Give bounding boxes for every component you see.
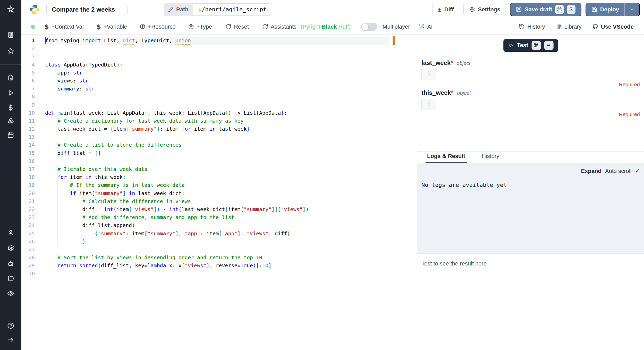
use-vscode-label: Use VScode — [601, 23, 634, 30]
path-value[interactable]: u/henri/agile_script — [193, 3, 272, 16]
indent-guide — [95, 230, 95, 238]
warning-marker — [393, 36, 395, 45]
rotate-cw-icon — [262, 24, 268, 30]
library-button[interactable]: Library — [556, 23, 582, 30]
add-variable-button[interactable]: $ +Variable — [97, 23, 127, 30]
top-header: Compare the 2 weeks Path u/henri/agile_s… — [21, 0, 644, 19]
code-line: def main(last_week: List[AppData], this_… — [45, 109, 389, 117]
code-line: if item["summary"] in last_week_dict: — [45, 189, 389, 197]
deploy-dropdown-button[interactable] — [624, 3, 639, 16]
use-vscode-button[interactable]: Use VScode — [592, 23, 634, 30]
help-circle-icon — [7, 322, 14, 329]
sidebar-item-runs[interactable] — [0, 86, 21, 99]
mini-editor-content[interactable] — [436, 99, 640, 110]
line-number: 27 — [21, 246, 45, 254]
sidebar-item-favorites[interactable] — [0, 44, 21, 57]
pencil-icon — [168, 7, 174, 12]
sidebar-item-workspace[interactable] — [0, 28, 21, 41]
settings-label: Settings — [478, 6, 500, 13]
indent-guide — [57, 197, 58, 205]
code-line: diff_list = [] — [45, 149, 389, 157]
sidebar-item-schedules[interactable] — [0, 128, 21, 141]
diff-button[interactable]: ± Diff — [432, 3, 460, 16]
lint-status[interactable]: (Pyright Black Ruff) — [301, 23, 351, 30]
building-icon — [7, 31, 14, 38]
sidebar-item-folders[interactable] — [0, 272, 21, 285]
code-line: # If the summary is in last_week data — [45, 181, 389, 189]
sidebar-item-home[interactable] — [0, 71, 21, 84]
reset-button[interactable]: Reset — [225, 23, 249, 30]
code-line: for item in this_week: — [45, 173, 389, 181]
assistants-label: Assistants — [271, 23, 296, 30]
indent-guide — [70, 197, 70, 205]
save-draft-button[interactable]: Save draft ⌘ S — [510, 3, 581, 16]
tab-logs-result[interactable]: Logs & Result — [426, 153, 467, 163]
history-button[interactable]: History — [519, 23, 545, 30]
sidebar-item-settings[interactable] — [0, 241, 21, 254]
indent-guide — [57, 173, 58, 181]
code-line — [45, 93, 389, 101]
line-number: 2 — [21, 45, 45, 53]
sidebar-item-audit-logs[interactable] — [0, 287, 21, 300]
settings-button[interactable]: Settings — [463, 3, 506, 16]
eye-icon — [7, 290, 14, 297]
windmill-logo[interactable] — [0, 3, 21, 16]
arg-this-week-input[interactable]: 1 — [421, 99, 640, 110]
sidebar-item-users[interactable] — [0, 226, 21, 239]
windmill-script-editor: Compare the 2 weeks Path u/henri/agile_s… — [0, 0, 644, 350]
line-number: 25 — [21, 230, 45, 238]
line-number: 15 — [21, 149, 45, 157]
code-line: {"summary": item["summary"], "app": item… — [45, 230, 389, 238]
editor-overview-ruler[interactable] — [389, 35, 396, 350]
mini-editor-content[interactable] — [436, 69, 640, 80]
indent-guide — [70, 181, 70, 189]
deploy-button[interactable]: Deploy — [586, 3, 640, 16]
script-title-input[interactable]: Compare the 2 weeks — [46, 3, 128, 16]
indent-guide — [57, 181, 58, 189]
test-button[interactable]: Test ⌘ ↵ — [503, 39, 558, 52]
line-number: 12 — [21, 125, 45, 133]
add-type-button[interactable]: +Type — [188, 23, 212, 30]
code-line — [45, 101, 389, 109]
indent-guide — [57, 85, 58, 93]
indent-guide — [57, 141, 58, 149]
line-number: 23 — [21, 213, 45, 221]
add-context-var-button[interactable]: $ +Context Var — [45, 23, 84, 30]
play-icon — [508, 43, 514, 48]
code-editor[interactable]: 1234567891011121314151617181920212223242… — [21, 35, 396, 350]
dollar-icon: $ — [97, 23, 101, 30]
indent-guide — [70, 221, 70, 229]
sidebar-item-expand[interactable] — [0, 333, 21, 346]
mini-editor-line-number: 1 — [422, 99, 436, 110]
multiplayer-label: Multiplayer — [383, 23, 410, 30]
sidebar-item-variables[interactable] — [0, 101, 21, 114]
save-icon — [516, 6, 522, 12]
line-number: 4 — [21, 61, 45, 69]
ai-button[interactable]: AI — [419, 23, 433, 30]
indent-guide — [57, 213, 58, 221]
autoscroll-toggle[interactable]: Auto scroll — [605, 168, 632, 174]
code-line: return sorted(diff_list, key=lambda x: x… — [45, 262, 389, 270]
line-number: 13 — [21, 133, 45, 141]
add-resource-button[interactable]: +Resource — [140, 23, 176, 30]
multiplayer-toggle[interactable] — [361, 23, 377, 31]
line-number: 18 — [21, 173, 45, 181]
path-edit-button[interactable]: Path — [164, 3, 193, 16]
expand-button[interactable]: Expand — [581, 168, 601, 174]
assistants-button[interactable]: Assistants — [262, 23, 296, 30]
run-panel: Test ⌘ ↵ last_week* object 1 Required th… — [417, 35, 644, 350]
text-cursor — [45, 37, 46, 44]
sidebar-item-workers[interactable] — [0, 257, 21, 270]
indent-guide — [70, 189, 70, 197]
wand-sparkles-icon — [419, 24, 425, 30]
arg-type: object — [457, 90, 471, 96]
indent-guide — [70, 213, 70, 221]
code-lines[interactable]: from typing import List, Dict, TypedDict… — [45, 37, 389, 278]
sidebar-item-help[interactable] — [0, 319, 21, 332]
indent-guide — [82, 197, 82, 205]
tab-history[interactable]: History — [480, 153, 501, 163]
dollar-icon: $ — [45, 23, 49, 30]
indent-guide — [57, 254, 58, 262]
sidebar-item-resources[interactable] — [0, 114, 21, 127]
arg-last-week-input[interactable]: 1 — [421, 69, 640, 80]
